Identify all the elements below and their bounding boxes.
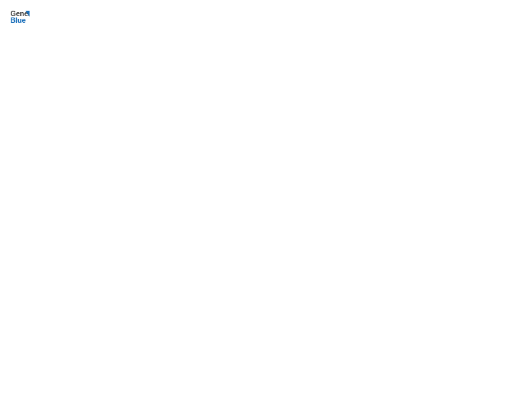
logo-icon: General Blue <box>9 7 30 27</box>
svg-text:Blue: Blue <box>11 16 26 24</box>
logo: General Blue <box>9 7 30 27</box>
page-header: General Blue <box>7 7 525 27</box>
